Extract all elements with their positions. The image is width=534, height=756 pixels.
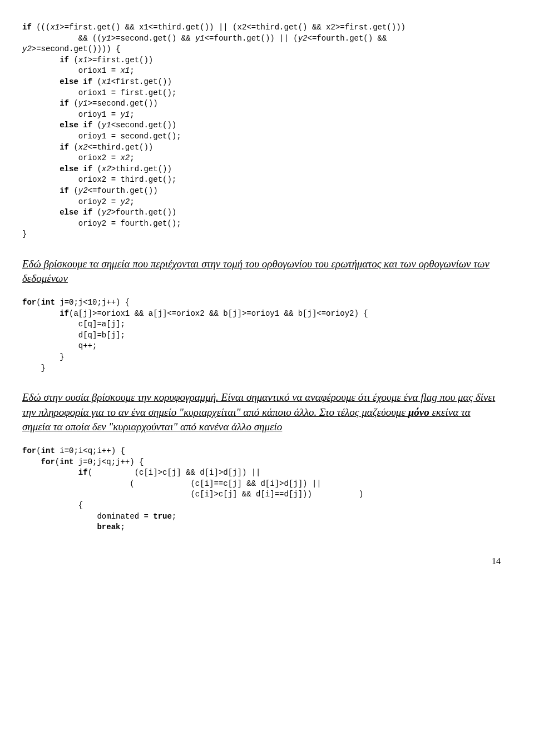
code-block-1: if (((x1>=first.get() && x1<=third.get()… (22, 22, 501, 240)
code-block-3: for(int i=0;i<q;i++) { for(int j=0;j<q;j… (22, 446, 501, 533)
code-block-2: for(int j=0;j<10;j++) { if(a[j]>=oriox1 … (22, 297, 501, 374)
paragraph-1: Εδώ βρίσκουμε τα σημεία που περιέχονται … (22, 257, 501, 286)
paragraph-2: Εδώ στην ουσία βρίσκουμε την κορυφογραμμ… (22, 390, 501, 435)
page-number: 14 (22, 555, 501, 568)
